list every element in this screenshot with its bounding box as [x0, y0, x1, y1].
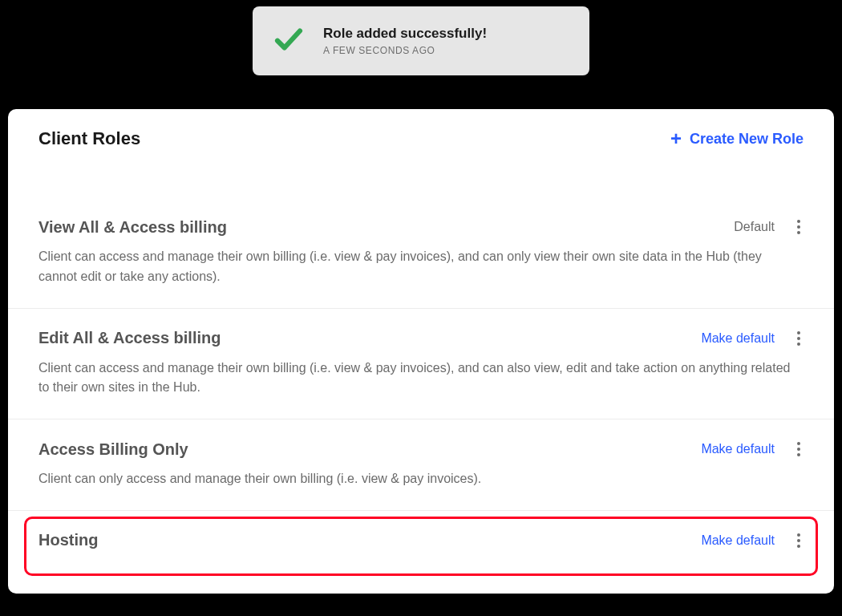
role-name: Hosting [38, 531, 98, 549]
kebab-menu-icon[interactable] [794, 328, 804, 349]
toast-success: Role added successfully! A FEW SECONDS A… [253, 6, 589, 75]
role-description: Client can only access and manage their … [38, 469, 804, 489]
toast-title: Role added successfully! [323, 26, 487, 42]
toast-timestamp: A FEW SECONDS AGO [323, 45, 487, 56]
role-row: Hosting Make default [8, 510, 834, 569]
role-description: Client can access and manage their own b… [38, 247, 804, 287]
check-icon [272, 22, 306, 59]
create-new-role-button[interactable]: + Create New Role [670, 129, 804, 148]
plus-icon: + [670, 129, 682, 148]
role-row: Edit All & Access billing Make default C… [8, 308, 834, 419]
role-row: Access Billing Only Make default Client … [8, 419, 834, 510]
role-description: Client can access and manage their own b… [38, 359, 804, 399]
role-name: View All & Access billing [38, 218, 227, 237]
kebab-menu-icon[interactable] [794, 530, 804, 551]
role-name: Access Billing Only [38, 440, 188, 459]
client-roles-panel: Client Roles + Create New Role View All … [8, 109, 834, 594]
create-new-role-label: Create New Role [690, 131, 804, 148]
kebab-menu-icon[interactable] [794, 217, 804, 237]
page-title: Client Roles [38, 128, 140, 149]
default-badge: Default [734, 220, 775, 234]
make-default-button[interactable]: Make default [701, 331, 775, 346]
roles-list: View All & Access billing Default Client… [8, 197, 834, 569]
make-default-button[interactable]: Make default [701, 533, 775, 548]
role-row: View All & Access billing Default Client… [8, 197, 834, 308]
make-default-button[interactable]: Make default [701, 442, 775, 456]
role-name: Edit All & Access billing [38, 329, 221, 347]
kebab-menu-icon[interactable] [794, 439, 804, 460]
